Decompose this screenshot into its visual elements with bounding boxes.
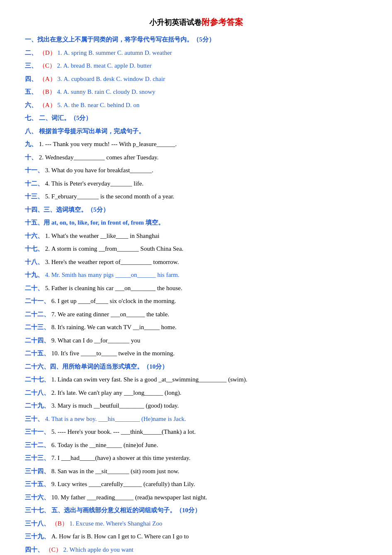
list-item: 三十七、 五、选出与画线部分意义相近的词组或句子。（10分） [25,505,367,516]
list-item: 二十七、 1. Linda can swim very fast. She is… [25,374,367,385]
list-item: 四十、 （C） 2. Which apple do you want [25,545,367,555]
list-item: 三十三、 7. I ___had_____(have) a shower at … [25,453,367,464]
title-main: 小升初英语试卷 [149,18,202,27]
list-item: 二十四、 9. What can I do __for_______ you [25,335,367,346]
list-item: 一、找出在意义上不属于同类的词，将字母代号写在括号内。（5分） [25,34,367,45]
list-item: 十二、 4. This is Peter's everyday_______ l… [25,178,367,189]
list-item: 二、 （D） 1. A. spring B. summer C. autumn … [25,48,367,59]
list-item: 十七、 2. A storm is coming __from_______ S… [25,244,367,254]
list-item: 三十四、 8. San was in the __sit_______ (sit… [25,466,367,477]
list-item: 四、 （A） 3. A. cupboard B. desk C. window … [25,74,367,85]
list-item: 十三、 5. F_ebruary_______ is the second mo… [25,191,367,202]
list-item: 三十一、 5. ---- Here's your book. --- ___th… [25,427,367,438]
list-item: 三、 （C） 2. A. bread B. meat C. apple D. b… [25,61,367,71]
list-item: 二十、 5. Father is cleaning his car ___on_… [25,283,367,294]
list-item: 三十九、 A. How far is B. How can I get to C… [25,531,367,542]
list-item: 二十八、 2. It's late. We can't play any ___… [25,388,367,399]
list-item: 六、 （A） 5. A. the B. near C. behind D. on [25,100,367,111]
page-title: 小升初英语试卷附参考答案 [25,17,367,28]
title-answer: 附参考答案 [202,17,243,27]
content-area: 一、找出在意义上不属于同类的词，将字母代号写在括号内。（5分）二、 （D） 1.… [25,34,367,555]
list-item: 二十二、 7. We are eating dinner ___on______… [25,309,367,320]
list-item: 七、 二、词汇。（5分） [25,113,367,124]
list-item: 二十一、 6. I get up ____of____ six o'clock … [25,296,367,307]
list-item: 二十九、 3. Mary is much __beutfuil________ … [25,401,367,411]
list-item: 十五、用 at, on, to, like, for, in front of,… [25,218,367,228]
list-item: 十六、 1. What's the weather __like____ in … [25,231,367,242]
list-item: 三十、 4. That is a new boy. ___his________… [25,414,367,425]
list-item: 十九、 4. Mr. Smith has many pigs _____on__… [25,270,367,281]
list-item: 二十六、四、用所给单词的适当形式填空。（10分） [25,362,367,372]
list-item: 三十六、 10. My father ___reading______ (rea… [25,492,367,503]
list-item: 二十三、 8. It's raining. We can watch TV __… [25,322,367,333]
list-item: 十四、三、选词填空。（5分） [25,205,367,215]
list-item: 二十五、 10. It's five _____to_____ twelve i… [25,348,367,359]
list-item: 五、 （B） 4. A. sunny B. rain C. cloudy D. … [25,87,367,98]
list-item: 九、 1. --- Thank you very much! --- With … [25,139,367,150]
list-item: 十、 2. Wednesday__________ comes after Tu… [25,152,367,163]
list-item: 八、 根据首字母提示写出单词，完成句子。 [25,126,367,137]
list-item: 三十五、 9. Lucy writes ____carefully______ … [25,479,367,490]
list-item: 三十八、 （B） 1. Excuse me. Where's Shanghai … [25,518,367,529]
list-item: 十八、 3. Here's the weather report of_____… [25,257,367,268]
list-item: 十一、 3. What do you have for breakfast___… [25,165,367,176]
list-item: 三十二、 6. Today is the __nine_____ (nine)o… [25,440,367,451]
